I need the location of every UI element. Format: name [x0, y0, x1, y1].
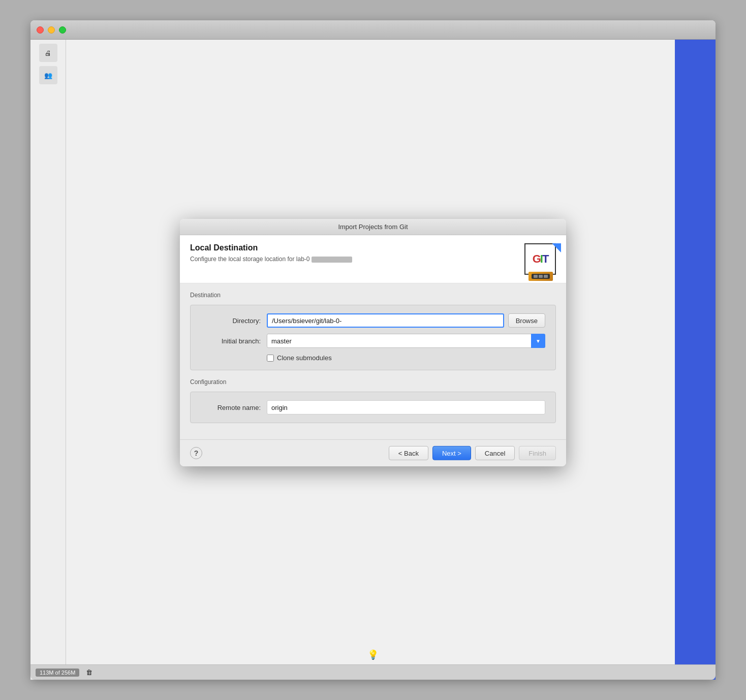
directory-row: Directory: Browse: [201, 313, 545, 328]
configuration-section: Configuration Remote name:: [190, 378, 556, 423]
initial-branch-label: Initial branch:: [201, 337, 267, 344]
directory-label: Directory:: [201, 316, 267, 324]
branch-select-wrapper: master: [267, 334, 545, 348]
clone-submodules-checkbox[interactable]: [267, 354, 274, 361]
dialog-header-text: Local Destination Configure the local st…: [190, 243, 352, 263]
import-projects-dialog: Import Projects from Git Local Destinati…: [180, 219, 566, 466]
memory-usage: 113M of 256M: [36, 669, 79, 677]
browse-button[interactable]: Browse: [508, 313, 545, 328]
ide-sidebar: 🖨 👥: [30, 40, 66, 680]
finish-button[interactable]: Finish: [519, 446, 556, 460]
remote-name-label: Remote name:: [201, 403, 267, 411]
next-button[interactable]: Next >: [432, 446, 471, 460]
sidebar-icon-people[interactable]: 👥: [39, 66, 57, 84]
clone-submodules-row: Clone submodules: [267, 354, 545, 362]
destination-section-box: Directory: Browse Initial branch: master: [190, 305, 556, 370]
ide-bg-blue-area: [675, 40, 716, 680]
trash-button[interactable]: 🗑: [83, 667, 95, 678]
cancel-button[interactable]: Cancel: [475, 446, 515, 460]
dialog-description: Configure the local storage location for…: [190, 256, 352, 263]
dialog-footer: ? < Back Next > Cancel Finish: [180, 439, 566, 466]
git-logo-connector-inner: [532, 274, 550, 279]
dialog-body: Destination Directory: Browse Initial br…: [180, 283, 566, 439]
lightbulb-icon: 💡: [367, 650, 379, 660]
printer-icon: 🖨: [45, 49, 51, 57]
trash-icon: 🗑: [86, 669, 92, 676]
remote-name-input[interactable]: [267, 400, 545, 415]
people-icon: 👥: [44, 72, 52, 79]
git-logo: G I T: [524, 243, 556, 275]
close-button[interactable]: [37, 26, 44, 34]
dialog-title: Import Projects from Git: [338, 223, 408, 231]
git-logo-connector: [529, 272, 553, 281]
git-logo-box: G I T: [524, 243, 556, 275]
ide-titlebar: [30, 20, 716, 40]
remote-name-row: Remote name:: [201, 400, 545, 415]
traffic-lights: [37, 26, 66, 34]
desktop: 🖨 👥 113M of 256M 🗑 💡 Import Projects fro…: [0, 0, 746, 700]
directory-input[interactable]: [267, 313, 504, 328]
lightbulb-area: 💡: [367, 649, 379, 660]
git-logo-g: G: [533, 252, 540, 266]
minimize-button[interactable]: [48, 26, 55, 34]
configuration-section-title: Configuration: [190, 378, 556, 386]
sidebar-icon-printer[interactable]: 🖨: [39, 44, 57, 62]
initial-branch-row: Initial branch: master: [201, 334, 545, 348]
dialog-header: Local Destination Configure the local st…: [180, 235, 566, 283]
destination-section-title: Destination: [190, 292, 556, 299]
back-button[interactable]: < Back: [389, 446, 428, 460]
branch-select[interactable]: master: [267, 334, 545, 348]
dialog-titlebar: Import Projects from Git: [180, 219, 566, 235]
dialog-heading: Local Destination: [190, 243, 352, 252]
maximize-button[interactable]: [59, 26, 66, 34]
git-logo-t: T: [542, 252, 548, 266]
configuration-section-box: Remote name:: [190, 392, 556, 423]
clone-submodules-label: Clone submodules: [277, 354, 332, 362]
blurred-repo-name: [312, 257, 352, 263]
ide-statusbar: 113M of 256M 🗑: [30, 664, 716, 680]
help-button[interactable]: ?: [190, 447, 202, 459]
